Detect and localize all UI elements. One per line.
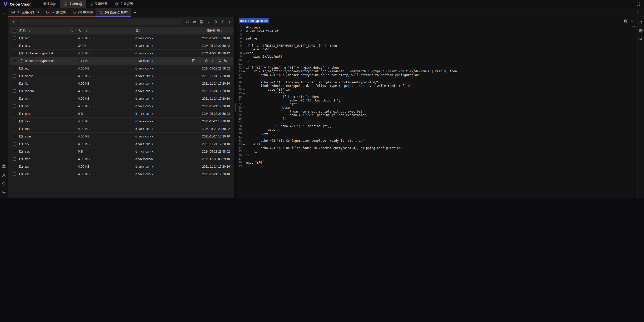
row-checkbox[interactable] [13,120,16,123]
file-row-proc[interactable]: proc0 Bdr-xr-xr-x2024-05-28 23:58:02 [10,110,233,118]
fold-toggle-icon[interactable] [242,69,246,73]
terminal-tab-4[interactable]: (4) 应用-分析02 [96,8,131,17]
file-row-sys[interactable]: sys0 Bdr-xr-xr-x2024-05-28 23:58:02 [10,148,233,155]
file-row-usr[interactable]: usr4.00 KBdrwxr-xr-x2021-11-24 17:20:10 [10,163,233,170]
file-row-sbin[interactable]: sbin4.00 KBdrwxr-xr-x2021-11-24 17:20:10 [10,133,233,140]
panel-resizer[interactable] [234,17,237,198]
fold-toggle-icon[interactable] [242,106,246,110]
row-checkbox[interactable] [13,37,16,40]
file-row-home[interactable]: home4.00 KBdrwxr-xr-x2021-11-24 17:20:10 [10,72,233,80]
menu-item-1[interactable]: 主机终端 [60,0,86,8]
new-folder-button[interactable] [205,19,212,25]
file-row-media[interactable]: media4.00 KBdrwxr-xr-x2021-11-24 17:20:1… [10,87,233,95]
move-file-button[interactable] [217,59,221,63]
delete-file-button[interactable] [205,59,209,63]
swap-panel-button[interactable] [638,36,643,41]
back-button[interactable] [11,19,17,25]
column-header-name[interactable]: 名称 [19,28,26,33]
file-row-var[interactable]: var4.00 KBdrwxr-xr-x2021-11-24 17:20:10 [10,170,233,178]
fold-toggle-icon[interactable] [242,95,246,99]
file-row-etc[interactable]: etc4.00 KBdrwxr-xr-x2024-05-28 23:58:02 [10,65,233,72]
fold-toggle-icon[interactable] [242,91,246,95]
row-checkbox[interactable] [13,82,16,85]
sort-modified-icon[interactable] [221,29,223,32]
row-checkbox[interactable] [13,74,16,78]
copy-path-button[interactable] [192,59,196,63]
select-all-checkbox[interactable] [13,29,16,32]
terminal-tab-1[interactable]: (1) 应用-分析01 [8,8,43,17]
new-file-button[interactable] [198,19,205,25]
fold-toggle-icon[interactable] [242,51,246,55]
menu-item-0[interactable]: 新建连接 [34,0,60,8]
shortcut-keys-button[interactable] [2,164,7,169]
row-checkbox[interactable] [13,127,16,130]
fold-toggle-icon[interactable] [242,88,246,92]
terminal-tab-2[interactable]: (2) 数据库 [43,8,70,17]
row-checkbox[interactable] [13,112,16,115]
fold-toggle-icon[interactable] [242,84,246,88]
sort-name-icon[interactable] [29,29,30,32]
editor-close-button[interactable] [629,18,635,24]
menu-item-3[interactable]: 主题设置 [111,0,137,8]
row-checkbox[interactable] [13,135,16,138]
row-checkbox[interactable] [13,59,16,62]
row-checkbox[interactable] [13,89,16,93]
path-input[interactable] [19,19,182,25]
user-button[interactable] [2,172,7,177]
file-row-opt[interactable]: opt4.00 KBdrwxr-xr-x2021-11-24 17:20:10 [10,102,233,110]
row-checkbox[interactable] [13,44,16,47]
settings-button[interactable] [2,190,7,195]
row-checkbox[interactable] [13,67,16,70]
row-checkbox[interactable] [13,165,16,168]
delete-button[interactable] [212,19,219,25]
resizer-handle[interactable] [235,103,236,112]
fold-toggle-icon[interactable] [242,142,246,146]
brand[interactable]: Orion Visor [0,0,34,8]
fold-toggle-icon[interactable] [242,66,246,70]
row-checkbox[interactable] [13,150,16,153]
row-checkbox[interactable] [13,172,16,176]
row-checkbox[interactable] [13,104,16,108]
column-header-size[interactable]: 大小 [78,28,85,33]
save-button[interactable] [622,18,629,24]
show-hidden-button[interactable] [191,19,198,25]
file-row-tmp[interactable]: tmp4.00 KBdrwxrwxrwx2021-12-30 03:29:10 [10,155,233,163]
layout-button[interactable] [638,28,643,33]
sync-button[interactable] [2,181,7,186]
row-checkbox[interactable] [13,52,16,55]
sort-size-icon[interactable] [86,29,87,32]
download-button[interactable] [226,19,233,25]
file-row-lib[interactable]: lib4.00 KBdrwxr-xr-x2021-11-24 17:20:10 [10,80,233,87]
row-checkbox[interactable] [13,142,16,146]
close-panel-button[interactable] [633,8,642,17]
folder-icon [19,36,23,40]
filter-icon[interactable] [71,29,74,32]
file-row-dev[interactable]: dev340 Bdrwxr-xr-x2024-05-28 23:58:02 [10,42,233,50]
tab-label: (2) 数据库 [51,10,66,15]
file-row-run[interactable]: run4.00 KBdrwxr-xr-x2024-05-28 23:58:02 [10,125,233,133]
upload-button[interactable] [219,19,226,25]
column-header-modified[interactable]: 修改时间 [207,28,220,33]
fold-toggle-icon[interactable] [242,44,246,48]
add-tab-button[interactable] [131,8,139,17]
row-checkbox[interactable] [13,157,16,161]
file-row-root[interactable]: root4.00 KBdrwx------2021-11-24 17:20:10 [10,118,233,125]
row-checkbox[interactable] [13,97,16,100]
terminal-tab-3[interactable]: (3) 中间件 [70,8,97,17]
menu-item-2[interactable]: 显示设置 [86,0,111,8]
permission-button[interactable] [223,59,227,63]
file-row-mnt[interactable]: mnt4.00 KBdrwxr-xr-x2021-11-24 17:20:10 [10,95,233,102]
code-area[interactable]: 1#!/bin/sh2# vim:sw=4:ts=4:et34set -e56i… [237,25,637,198]
fullscreen-button[interactable] [634,0,642,8]
edit-button[interactable] [198,59,202,63]
file-row-bin[interactable]: bin4.00 KBdrwxr-xr-x2021-11-24 17:20:10 [10,34,233,42]
file-row-srv[interactable]: srv4.00 KBdrwxr-xr-x2021-11-24 17:20:10 [10,140,233,148]
new-tab-button[interactable] [2,11,7,16]
file-row-docker-entrypoint.d[interactable]: docker-entrypoint.d4.00 KBdrwxr-xr-x2021… [10,50,233,57]
format-button[interactable] [638,20,643,25]
editor-header: docker-entrypoint.sh [237,17,637,25]
editor-scrollbar-thumb[interactable] [632,26,636,27]
refresh-button[interactable] [184,19,191,25]
download-file-button[interactable] [211,59,215,63]
file-row-docker-entrypoint.sh[interactable]: docker-entrypoint.sh1.17 KB-rwxrwxr-x [10,57,233,65]
